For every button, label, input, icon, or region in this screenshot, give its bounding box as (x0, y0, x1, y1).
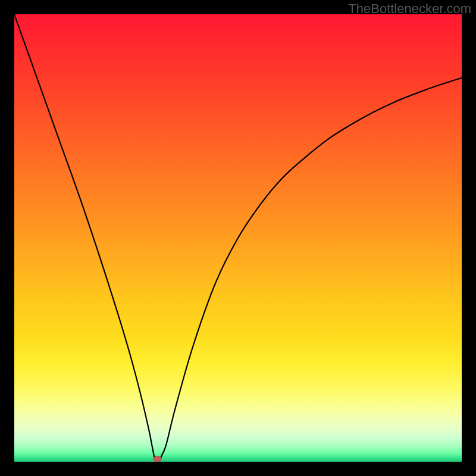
plot-area (14, 14, 462, 462)
optimal-marker (154, 456, 162, 462)
watermark-text: TheBottlenecker.com (348, 1, 471, 17)
chart-overlay (14, 14, 462, 462)
bottleneck-curve (14, 14, 462, 460)
chart-container: TheBottlenecker.com (0, 0, 476, 476)
